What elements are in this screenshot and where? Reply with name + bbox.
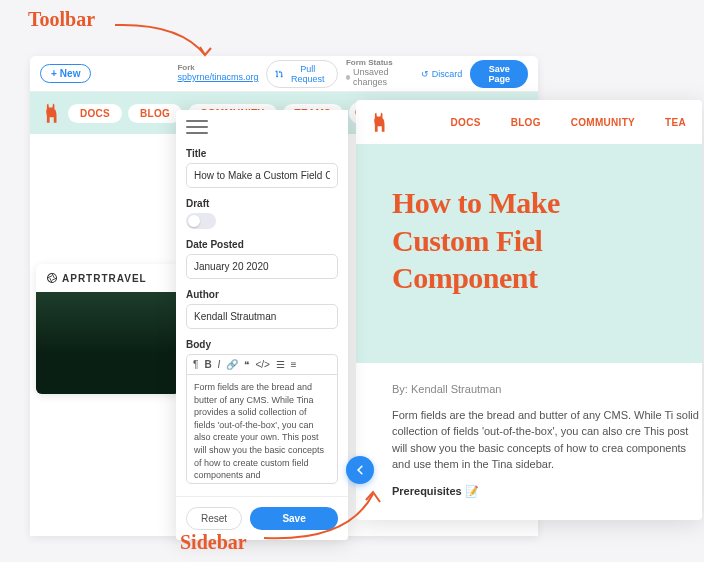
pv-nav-community[interactable]: COMMUNITY [559, 113, 647, 132]
card-brand: APRTRTRAVEL [36, 264, 180, 292]
sidebar-panel: Title Draft Date Posted Author Body ¶ B … [176, 110, 348, 540]
quote-icon[interactable]: ❝ [244, 359, 249, 370]
logo-icon [40, 102, 62, 124]
body-textarea[interactable]: Form fields are the bread and butter of … [186, 374, 338, 484]
author-input[interactable] [186, 304, 338, 329]
nav-docs[interactable]: DOCS [68, 104, 122, 123]
fork-info: Fork spbyrne/tinacms.org [177, 64, 258, 83]
preview-window: DOCS BLOG COMMUNITY TEA How to Make Cust… [356, 100, 702, 520]
svg-point-2 [48, 274, 57, 283]
pull-request-button[interactable]: Pull Request [266, 60, 338, 88]
form-status: Form Status Unsaved changes [346, 59, 413, 88]
arrow-to-toolbar [110, 15, 230, 63]
preview-hero: How to Make Custom Fiel Component [356, 144, 702, 363]
pv-nav-blog[interactable]: BLOG [499, 113, 553, 132]
arrow-to-sidebar [258, 480, 398, 550]
status-dot-icon [346, 75, 350, 80]
date-label: Date Posted [186, 239, 338, 250]
new-button-label: New [60, 68, 81, 79]
annotation-sidebar: Sidebar [180, 531, 247, 554]
plus-icon: + [51, 68, 57, 79]
new-button[interactable]: + New [40, 64, 91, 83]
undo-icon: ↺ [421, 69, 429, 79]
ol-icon[interactable]: ≡ [291, 359, 297, 370]
ul-icon[interactable]: ☰ [276, 359, 285, 370]
draft-toggle[interactable] [186, 213, 216, 229]
paragraph-icon[interactable]: ¶ [193, 359, 198, 370]
code-icon[interactable]: </> [255, 359, 269, 370]
preview-nav: DOCS BLOG COMMUNITY TEA [356, 100, 702, 144]
pr-button-label: Pull Request [287, 64, 329, 84]
nav-blog[interactable]: BLOG [128, 104, 182, 123]
sidebar-header [176, 110, 348, 138]
preview-author: By: Kendall Strautman [392, 383, 702, 395]
preview-heading3: Prerequisites 📝 [392, 485, 702, 498]
pv-nav-teams[interactable]: TEA [653, 113, 690, 132]
preview-body: By: Kendall Strautman Form fields are th… [356, 363, 702, 514]
bold-icon[interactable]: B [204, 359, 211, 370]
reset-button[interactable]: Reset [186, 507, 242, 530]
title-label: Title [186, 148, 338, 159]
chevron-left-icon [355, 465, 365, 475]
discard-button[interactable]: ↺ Discard [421, 69, 463, 79]
italic-icon[interactable]: I [218, 359, 221, 370]
date-input[interactable] [186, 254, 338, 279]
rte-toolbar: ¶ B I 🔗 ❝ </> ☰ ≡ [186, 354, 338, 374]
preview-text: Form fields are the bread and butter of … [392, 407, 702, 473]
title-input[interactable] [186, 163, 338, 188]
pull-request-icon [275, 69, 283, 79]
link-icon[interactable]: 🔗 [226, 359, 238, 370]
save-page-button[interactable]: Save Page [470, 60, 528, 88]
annotation-toolbar: Toolbar [28, 8, 95, 31]
discard-label: Discard [432, 69, 463, 79]
card-image [36, 292, 180, 394]
status-value: Unsaved changes [353, 68, 413, 88]
author-label: Author [186, 289, 338, 300]
preview-title: How to Make Custom Fiel Component [392, 184, 702, 297]
sidebar-form: Title Draft Date Posted Author Body ¶ B … [176, 138, 348, 496]
aperture-icon [46, 272, 58, 284]
hamburger-icon[interactable] [186, 120, 208, 134]
fork-link[interactable]: spbyrne/tinacms.org [177, 73, 258, 83]
body-label: Body [186, 339, 338, 350]
pv-nav-docs[interactable]: DOCS [439, 113, 493, 132]
article-card: APRTRTRAVEL [36, 264, 180, 394]
toolbar: + New Fork spbyrne/tinacms.org Pull Requ… [30, 56, 538, 92]
preview-logo-icon [368, 111, 390, 133]
draft-label: Draft [186, 198, 338, 209]
